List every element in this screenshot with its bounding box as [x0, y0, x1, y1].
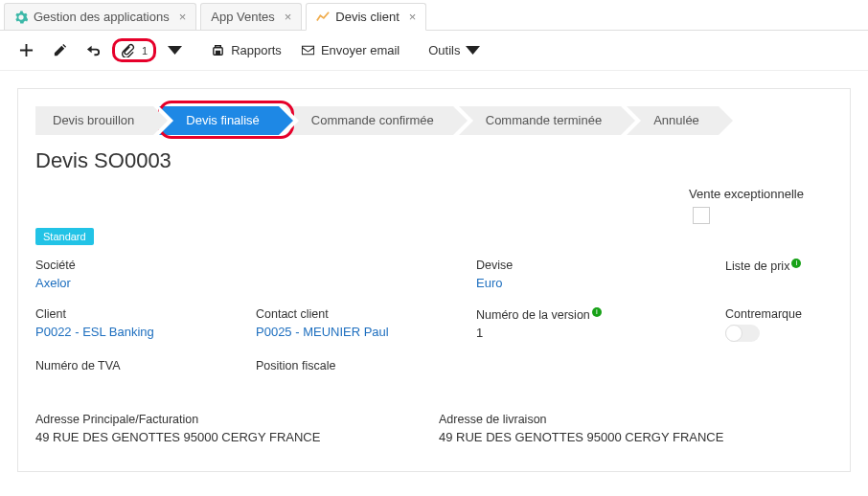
tab-label: App Ventes	[211, 10, 275, 24]
address-value: 49 RUE DES GENOTTES 95000 CERGY FRANCE	[35, 430, 429, 444]
societe-link[interactable]: Axelor	[35, 276, 71, 290]
billing-address: Adresse Principale/Facturation 49 RUE DE…	[35, 413, 429, 444]
client-link[interactable]: P0022 - ESL Banking	[35, 325, 154, 339]
step-completed[interactable]: Commande terminée	[459, 106, 621, 135]
close-icon[interactable]: ×	[285, 10, 292, 24]
address-label: Adresse de livraison	[439, 413, 833, 426]
contact-link[interactable]: P0025 - MEUNIER Paul	[256, 325, 389, 339]
reports-label: Rapports	[231, 43, 282, 57]
tab-label: Devis client	[335, 10, 399, 24]
field-label: Devise	[476, 259, 716, 272]
standard-badge: Standard	[35, 228, 94, 245]
info-icon[interactable]: i	[592, 307, 602, 317]
field-devise: Devise Euro	[476, 259, 716, 290]
close-icon[interactable]: ×	[409, 10, 417, 24]
status-stepper: Devis brouillon Devis finalisé Commande …	[35, 106, 833, 135]
svg-rect-1	[217, 51, 220, 55]
step-finalised[interactable]: Devis finalisé	[159, 106, 279, 135]
send-email-button[interactable]: Envoyer email	[293, 39, 407, 61]
field-client: Client P0022 - ESL Banking	[35, 307, 246, 339]
caret-dropdown[interactable]	[160, 39, 190, 61]
devise-link[interactable]: Euro	[476, 276, 502, 290]
tab-strip: Gestion des applications × App Ventes × …	[0, 0, 868, 31]
step-draft[interactable]: Devis brouillon	[35, 106, 153, 135]
field-label: Société	[35, 259, 246, 272]
back-button[interactable]	[79, 39, 108, 61]
chart-icon	[316, 11, 330, 24]
attachments-button[interactable]: 1	[112, 38, 156, 62]
close-icon[interactable]: ×	[179, 10, 187, 24]
field-position-fiscale: Position fiscale	[256, 359, 467, 376]
toolbar: 1 Rapports Envoyer email Outils	[0, 31, 868, 71]
step-confirmed[interactable]: Commande confirmée	[285, 106, 453, 135]
field-label: Contremarque	[725, 307, 833, 321]
field-label: Client	[35, 307, 246, 321]
email-label: Envoyer email	[321, 43, 400, 57]
edit-button[interactable]	[45, 39, 75, 61]
add-button[interactable]	[11, 39, 41, 61]
shipping-address: Adresse de livraison 49 RUE DES GENOTTES…	[439, 413, 833, 444]
contremarque-toggle[interactable]	[725, 325, 760, 342]
field-label: Contact client	[256, 307, 467, 321]
tab-label: Gestion des applications	[34, 10, 170, 24]
field-contremarque: Contremarque	[725, 307, 833, 342]
field-liste-prix: Liste de prixi	[725, 259, 833, 277]
vente-exceptionnelle-label: Vente exceptionnelle	[689, 187, 833, 201]
reports-button[interactable]: Rapports	[203, 39, 289, 61]
attachments-count: 1	[142, 45, 148, 56]
address-value: 49 RUE DES GENOTTES 95000 CERGY FRANCE	[439, 430, 833, 444]
gear-icon	[14, 11, 28, 24]
field-label: Numéro de la versioni	[476, 307, 716, 322]
field-tva: Numéro de TVA	[35, 359, 246, 376]
address-label: Adresse Principale/Facturation	[35, 413, 429, 426]
tab-apps-mgmt[interactable]: Gestion des applications ×	[4, 3, 196, 30]
field-label: Liste de prixi	[725, 259, 833, 273]
field-label: Numéro de TVA	[35, 359, 246, 372]
tab-app-ventes[interactable]: App Ventes ×	[200, 3, 302, 30]
vente-exceptionnelle-block: Vente exceptionnelle	[689, 187, 833, 224]
field-label: Position fiscale	[256, 359, 467, 372]
tools-dropdown[interactable]: Outils	[421, 39, 488, 61]
version-value: 1	[476, 326, 483, 340]
field-contact: Contact client P0025 - MEUNIER Paul	[256, 307, 467, 339]
tab-devis-client[interactable]: Devis client ×	[306, 3, 426, 31]
record-title: Devis SO0003	[35, 148, 833, 173]
step-cancelled[interactable]: Annulée	[627, 106, 719, 135]
vente-exceptionnelle-checkbox[interactable]	[693, 207, 710, 224]
tools-label: Outils	[428, 43, 460, 57]
field-version: Numéro de la versioni 1	[476, 307, 716, 340]
record-card: Devis brouillon Devis finalisé Commande …	[17, 88, 851, 472]
field-societe: Société Axelor	[35, 259, 246, 290]
info-icon[interactable]: i	[791, 259, 801, 268]
